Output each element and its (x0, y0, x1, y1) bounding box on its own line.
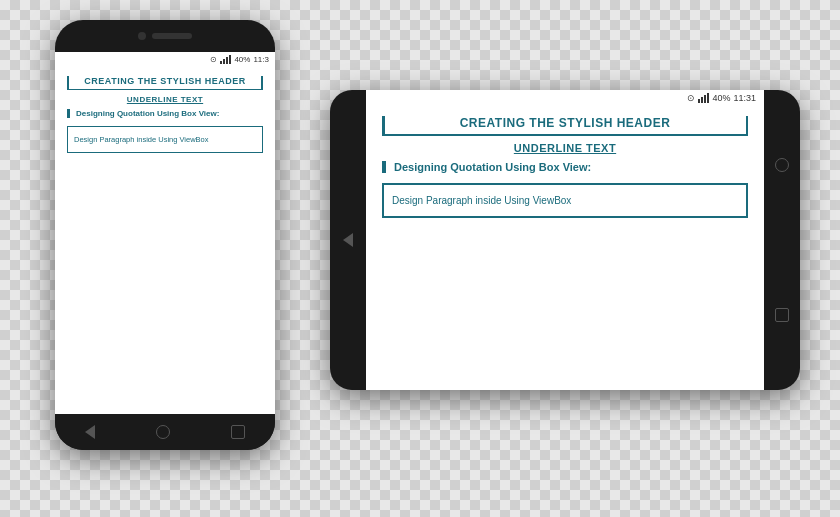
recents-button-vertical[interactable] (231, 425, 245, 439)
top-bar-vertical (55, 20, 275, 52)
quotation-text-horizontal: Designing Quotation Using Box View: (394, 161, 748, 173)
content-horizontal: CREATING THE STYLISH HEADER UNDERLINE TE… (366, 106, 764, 390)
signal-icon-h (698, 93, 709, 103)
signal-icon (220, 54, 231, 64)
speaker (152, 33, 192, 39)
home-button-horizontal[interactable] (775, 158, 789, 172)
time-display-h: 11:31 (733, 93, 756, 103)
underline-horizontal: UNDERLINE TEXT (382, 142, 748, 154)
status-bar-horizontal: ⊙ 40% 11:31 (366, 90, 764, 106)
clock-icon-h: ⊙ (687, 93, 695, 103)
viewbox-text-vertical: Design Paragraph inside Using ViewBox (74, 135, 256, 144)
screen-horizontal: ⊙ 40% 11:31 CREATING THE STYLISH HEADER … (366, 90, 764, 390)
quotation-vertical: Designing Quotation Using Box View: (67, 109, 263, 118)
viewbox-text-horizontal: Design Paragraph inside Using ViewBox (392, 195, 738, 206)
right-bar-horizontal (764, 90, 800, 390)
quotation-horizontal: Designing Quotation Using Box View: (382, 161, 748, 173)
nav-bar-vertical (55, 414, 275, 450)
front-camera (138, 32, 146, 40)
left-bar-horizontal (330, 90, 366, 390)
header-horizontal: CREATING THE STYLISH HEADER (382, 116, 748, 136)
home-button-vertical[interactable] (156, 425, 170, 439)
phone-horizontal: ⊙ 40% 11:31 CREATING THE STYLISH HEADER … (330, 90, 800, 390)
recents-button-horizontal[interactable] (775, 308, 789, 322)
phone-vertical: ⊙ 40% 11:3 CREATING THE STYLISH HEADER U… (55, 20, 275, 450)
clock-icon: ⊙ (210, 55, 217, 64)
battery-status: 40% (234, 55, 250, 64)
back-button-horizontal[interactable] (343, 233, 353, 247)
screen-vertical: CREATING THE STYLISH HEADER UNDERLINE TE… (55, 66, 275, 414)
viewbox-vertical: Design Paragraph inside Using ViewBox (67, 126, 263, 153)
header-vertical: CREATING THE STYLISH HEADER (67, 76, 263, 90)
back-button-vertical[interactable] (85, 425, 95, 439)
status-bar-vertical: ⊙ 40% 11:3 (55, 52, 275, 66)
battery-status-h: 40% (712, 93, 730, 103)
time-display: 11:3 (253, 55, 269, 64)
underline-vertical: UNDERLINE TEXT (67, 95, 263, 104)
quotation-text-vertical: Designing Quotation Using Box View: (76, 109, 263, 118)
viewbox-horizontal: Design Paragraph inside Using ViewBox (382, 183, 748, 218)
